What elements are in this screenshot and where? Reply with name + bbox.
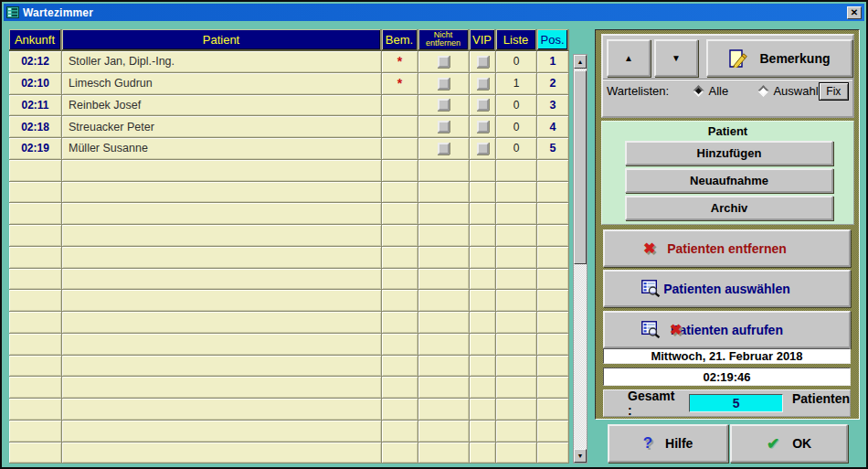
move-down-button[interactable]: ▼ [654,39,698,77]
table-row[interactable]: 02:12 Stoller Jan, Dipl.-Ing. * 0 1 [9,51,569,73]
table-row-empty[interactable] [9,225,569,247]
scroll-up-icon[interactable]: ▲ [574,55,587,69]
wartezimmer-window: { "window": { "title": "Wartezimmer", "c… [0,0,868,469]
nicht-entfernen-checkbox[interactable] [438,143,450,155]
scroll-down-icon[interactable]: ▼ [574,449,587,463]
col-header-vip[interactable]: VIP [470,29,496,51]
cell-nicht-entfernen [418,73,470,95]
col-header-pos[interactable]: Pos. [537,29,569,51]
cell-bemerkung [382,116,418,138]
radio-auswahl-label[interactable]: Auswahl [773,84,818,98]
table-header-row: Ankunft Patient Bem. Nicht entfernen VIP… [9,29,569,51]
col-header-ankunft[interactable]: Ankunft [9,29,62,51]
question-icon: ? [643,434,652,453]
hilfe-button[interactable]: ? Hilfe [608,424,728,463]
hinzufuegen-label: Hinzufügen [697,146,762,160]
cell-patient: Reinbek Josef [62,95,382,117]
cell-nicht-entfernen [418,138,470,160]
cell-bemerkung [382,138,418,160]
patienten-aufrufen-button[interactable]: ✖ Patienten aufrufen [603,311,851,348]
cell-ankunft: 02:12 [9,51,62,73]
table-row-empty[interactable] [9,442,569,464]
cell-ankunft: 02:10 [9,73,62,95]
table-row[interactable]: 02:19 Müller Susanne 0 5 [9,138,569,160]
cell-pos: 3 [537,95,569,117]
table-row-empty[interactable] [9,356,569,378]
bemerkung-button[interactable]: Bemerkung [706,39,852,77]
radio-auswahl[interactable] [757,85,769,97]
gesamt-label: Gesamt : [628,389,680,418]
table-row-empty[interactable] [9,334,569,356]
close-icon[interactable]: ✕ [847,6,862,19]
nicht-entfernen-checkbox[interactable] [438,99,450,111]
archiv-label: Archiv [711,201,747,215]
table-row-empty[interactable] [9,399,569,421]
fix-button[interactable]: Fix [819,82,849,101]
scrollbar-thumb[interactable] [574,70,587,264]
patienten-entfernen-label: Patienten entfernen [667,241,787,256]
cell-vip [470,138,496,160]
table-row-empty[interactable] [9,312,569,334]
col-header-liste[interactable]: Liste [496,29,537,51]
table-row-empty[interactable] [9,247,569,269]
vip-checkbox[interactable] [477,99,489,111]
radio-alle[interactable] [693,85,704,97]
table-row-empty[interactable] [9,160,569,182]
patienten-auswaehlen-button[interactable]: Patienten auswählen [603,270,851,307]
patienten-auswaehlen-label: Patienten auswählen [663,282,789,296]
cell-vip [470,95,496,117]
titlebar[interactable]: Wartezimmer ✕ [4,4,864,21]
col-header-patient[interactable]: Patient [62,29,382,51]
hilfe-label: Hilfe [665,436,693,451]
ok-button[interactable]: ✔ OK [730,424,848,463]
nicht-entfernen-checkbox[interactable] [438,78,450,90]
cell-liste: 0 [496,95,537,117]
time-display: 02:19:46 [603,368,851,386]
table-scrollbar[interactable]: ▲ ▼ [573,54,587,464]
table-row[interactable]: 02:18 Streuacker Peter 0 4 [9,116,569,138]
cell-bemerkung: * [382,51,418,73]
vip-checkbox[interactable] [477,56,489,68]
cell-patient: Müller Susanne [62,138,382,160]
cell-ankunft: 02:19 [9,138,62,160]
vip-checkbox[interactable] [477,121,489,133]
table-row-empty[interactable] [9,269,569,291]
neuaufnahme-button[interactable]: Neuaufnahme [625,168,833,193]
col-header-bem[interactable]: Bem. [382,29,418,51]
fix-label: Fix [826,85,841,98]
window-icon [6,6,19,18]
wartelisten-row: Wartelisten: Alle Auswahl Fix [603,79,852,102]
cell-liste: 0 [496,51,537,73]
cell-nicht-entfernen [418,95,470,117]
waiting-list-table: Ankunft Patient Bem. Nicht entfernen VIP… [9,29,569,464]
vip-checkbox[interactable] [477,78,489,90]
radio-alle-label[interactable]: Alle [709,84,729,98]
table-row-empty[interactable] [9,377,569,399]
checkmark-icon: ✔ [767,434,779,453]
patienten-entfernen-button[interactable]: ✖ Patienten entfernen [603,229,851,267]
table-row[interactable]: 02:10 Limesch Gudrun * 1 2 [9,73,569,95]
select-window-icon [641,321,661,338]
nicht-entfernen-checkbox[interactable] [438,121,450,133]
gesamt-count-field: 5 [689,394,783,412]
hinzufuegen-button[interactable]: Hinzufügen [625,141,833,165]
control-panel: ▲ ▼ Bemerkung Wartelisten: Alle Auswahl … [595,29,860,420]
date-text: Mittwoch, 21. Februar 2018 [651,349,802,363]
table-row-empty[interactable] [9,203,569,225]
bemerkung-panel: ▲ ▼ Bemerkung Wartelisten: Alle Auswahl … [601,34,854,118]
archiv-button[interactable]: Archiv [625,196,833,220]
vip-checkbox[interactable] [477,143,489,155]
select-window-icon [641,280,661,297]
table-row-empty[interactable] [9,421,569,442]
cell-nicht-entfernen [418,116,470,138]
patienten-label: Patienten [792,391,850,406]
nicht-entfernen-checkbox[interactable] [438,56,450,68]
table-row-empty[interactable] [9,290,569,312]
cell-ankunft: 02:18 [9,116,62,138]
table-row-empty[interactable] [9,182,569,204]
patient-group-title: Patient [602,122,853,138]
move-up-button[interactable]: ▲ [607,39,651,77]
ok-label: OK [792,436,811,451]
col-header-nicht-entfernen[interactable]: Nicht entfernen [418,29,470,51]
table-row[interactable]: 02:11 Reinbek Josef 0 3 [9,95,569,117]
